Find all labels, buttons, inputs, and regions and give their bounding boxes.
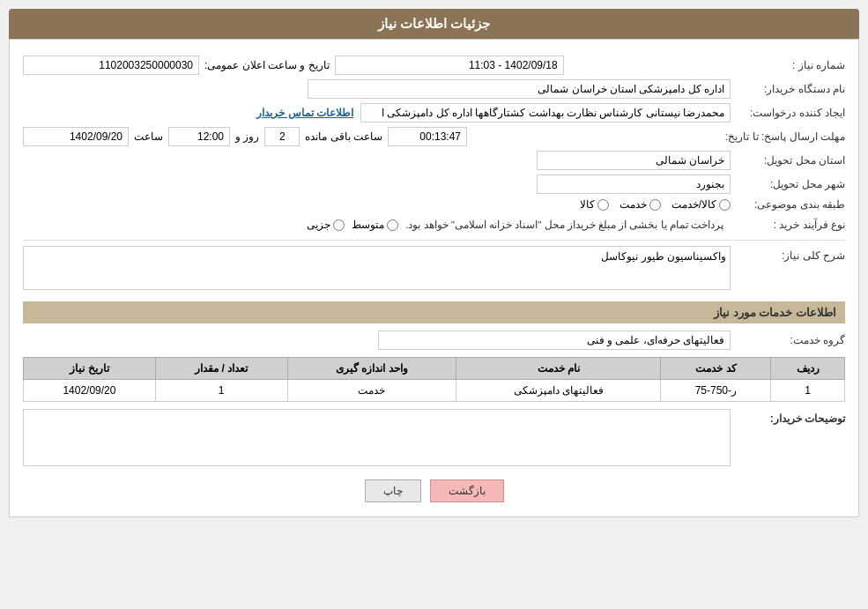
purchase-type-partial[interactable]: جزیی xyxy=(307,219,345,231)
buyer-org-label: نام دستگاه خریدار: xyxy=(731,83,845,95)
purchase-type-note: پرداخت تمام یا بخشی از مبلغ خریداز محل "… xyxy=(405,219,723,231)
category-kala-khidmat-label: کالا/خدمت xyxy=(671,198,716,211)
creator-contact-link[interactable]: اطلاعات تماس خریدار xyxy=(256,107,353,119)
purchase-type-partial-label: جزیی xyxy=(307,219,330,231)
print-button[interactable]: چاپ xyxy=(365,479,421,502)
service-group-field xyxy=(378,330,731,350)
category-kala-khidmat-radio[interactable] xyxy=(719,199,731,211)
cell-row-number: 1 xyxy=(771,380,845,402)
remaining-label: ساعت باقی مانده xyxy=(305,130,382,143)
purchase-type-partial-radio[interactable] xyxy=(333,219,345,231)
col-date: تاریخ نیاز xyxy=(24,358,156,380)
deadline-label: مهلت ارسال پاسخ: تا تاریخ: xyxy=(725,130,845,143)
deadline-day-label: روز و xyxy=(235,130,259,143)
city-field xyxy=(537,175,731,194)
deadline-time-field xyxy=(168,127,230,146)
creator-label: ایجاد کننده درخواست: xyxy=(731,107,845,119)
col-service-code: کد خدمت xyxy=(661,358,771,380)
remaining-time-field xyxy=(388,127,467,146)
announce-date-field xyxy=(335,56,564,75)
creator-field xyxy=(360,103,731,123)
deadline-date-field xyxy=(23,127,129,146)
category-kala-radio[interactable] xyxy=(597,199,609,211)
need-number-field xyxy=(23,56,199,75)
back-button[interactable]: بازگشت xyxy=(430,479,504,502)
buyer-desc-label: توضیحات خریدار: xyxy=(731,409,845,425)
table-row: 1 ر-750-75 فعالیتهای دامپزشکی خدمت 1 140… xyxy=(24,380,845,402)
city-label: شهر محل تحویل: xyxy=(731,178,845,190)
need-number-label: شماره نیاز : xyxy=(731,59,845,71)
province-field xyxy=(537,151,731,170)
services-section-title: اطلاعات خدمات مورد نیاز xyxy=(23,301,845,323)
purchase-type-medium-label: متوسط xyxy=(352,219,384,231)
button-row: بازگشت چاپ xyxy=(23,479,845,502)
page-header: جزئیات اطلاعات نیاز xyxy=(9,9,859,39)
category-khidmat-label: خدمت xyxy=(619,198,647,211)
cell-date: 1402/09/20 xyxy=(24,380,156,402)
col-service-name: نام خدمت xyxy=(456,358,661,380)
category-kala[interactable]: کالا xyxy=(580,198,609,211)
cell-quantity: 1 xyxy=(155,380,287,402)
category-khidmat-radio[interactable] xyxy=(649,199,661,211)
cell-service-name: فعالیتهای دامپزشکی xyxy=(456,380,661,402)
services-table: ردیف کد خدمت نام خدمت واحد اندازه گیری ت… xyxy=(23,357,845,402)
buyer-desc-field xyxy=(23,409,731,466)
buyer-org-field xyxy=(308,79,731,99)
category-kala-khidmat[interactable]: کالا/خدمت xyxy=(671,198,731,211)
province-label: استان محل تحویل: xyxy=(731,154,845,167)
purchase-type-medium[interactable]: متوسط xyxy=(352,219,398,231)
cell-unit: خدمت xyxy=(287,380,456,402)
category-kala-label: کالا xyxy=(580,198,595,211)
need-desc-label: شرح کلی نیاز: xyxy=(731,246,845,262)
deadline-time-label: ساعت xyxy=(134,130,163,143)
cell-service-code: ر-750-75 xyxy=(661,380,771,402)
col-row-number: ردیف xyxy=(771,358,845,380)
need-desc-field: واکسیناسیون طیور نیوکاسل xyxy=(23,246,731,290)
purchase-type-medium-radio[interactable] xyxy=(387,219,398,231)
announce-date-label: تاریخ و ساعت اعلان عمومی: xyxy=(204,59,330,71)
service-group-label: گروه خدمت: xyxy=(731,334,845,346)
category-label: طبقه بندی موضوعی: xyxy=(731,198,845,211)
col-unit: واحد اندازه گیری xyxy=(287,358,456,380)
deadline-days-field xyxy=(264,127,300,146)
col-quantity: تعداد / مقدار xyxy=(155,358,287,380)
purchase-type-label: نوع فرآیند خرید : xyxy=(731,219,845,231)
category-khidmat[interactable]: خدمت xyxy=(619,198,661,211)
